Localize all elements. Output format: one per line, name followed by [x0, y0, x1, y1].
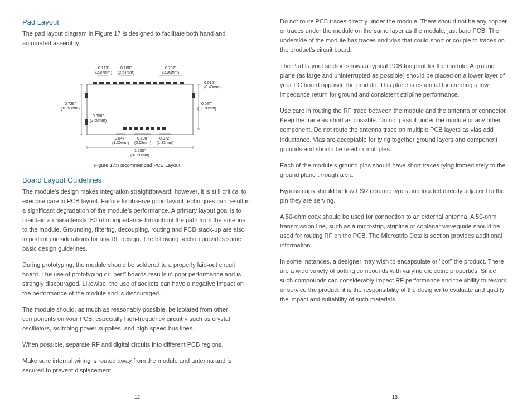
- svg-rect-13: [173, 82, 177, 84]
- right-page: Do not route PCB traces directly under t…: [280, 17, 510, 401]
- right-p2: The Pad Layout section shows a typical P…: [280, 61, 510, 99]
- svg-text:(30.50mm): (30.50mm): [130, 153, 149, 157]
- svg-text:(2.50mm): (2.50mm): [90, 118, 107, 123]
- svg-text:(2.87mm): (2.87mm): [95, 70, 112, 75]
- svg-rect-23: [85, 93, 88, 98]
- heading-pad-layout: Pad Layout: [22, 17, 252, 28]
- svg-rect-22: [162, 127, 166, 130]
- svg-text:(18.50mm): (18.50mm): [61, 106, 80, 111]
- heading-board-layout: Board Layout Guidelines: [22, 175, 252, 186]
- svg-rect-25: [192, 93, 195, 98]
- svg-rect-10: [153, 82, 157, 84]
- svg-rect-14: [180, 82, 184, 84]
- svg-rect-5: [119, 82, 124, 84]
- svg-text:(2.00mm): (2.00mm): [162, 70, 179, 75]
- svg-text:(5.08mm): (5.08mm): [134, 141, 151, 145]
- svg-text:0.113": 0.113": [98, 66, 110, 70]
- svg-text:0.697": 0.697": [201, 102, 213, 106]
- right-p3: Use care in routing the RF trace between…: [280, 106, 510, 154]
- svg-text:0.098": 0.098": [93, 114, 104, 118]
- page-number-left: – 12 –: [22, 382, 252, 401]
- guidelines-p1: The module's design makes integration st…: [22, 187, 252, 253]
- pad-layout-intro: The pad layout diagram in Figure 17 is d…: [22, 29, 252, 48]
- guidelines-p2: During prototyping, the module should be…: [22, 260, 252, 298]
- svg-text:(1.20mm): (1.20mm): [112, 141, 129, 145]
- svg-rect-24: [85, 119, 88, 125]
- svg-text:(2.54mm): (2.54mm): [118, 70, 134, 75]
- svg-rect-20: [151, 127, 154, 130]
- svg-text:0.728": 0.728": [65, 102, 76, 106]
- svg-text:0.072": 0.072": [159, 136, 171, 140]
- svg-text:(1.83mm): (1.83mm): [157, 141, 173, 145]
- svg-rect-0: [87, 84, 193, 135]
- guidelines-p5: Make sure internal wiring is routed away…: [22, 356, 252, 375]
- svg-text:0.047": 0.047": [115, 136, 127, 140]
- right-p7: In some instances, a designer may wish t…: [280, 257, 510, 304]
- svg-text:(0.40mm): (0.40mm): [204, 85, 221, 89]
- svg-rect-17: [134, 127, 138, 130]
- right-p5: Bypass caps should be low ESR ceramic ty…: [280, 186, 510, 205]
- svg-text:0.200": 0.200": [137, 136, 149, 140]
- svg-rect-18: [140, 127, 143, 130]
- svg-text:0.100": 0.100": [120, 66, 132, 70]
- svg-rect-8: [139, 82, 144, 84]
- page-number-right: – 13 –: [280, 382, 510, 401]
- figure-17-caption: Figure 17: Recommended PCB Layout: [22, 162, 252, 170]
- guidelines-p4: When possible, separate RF and digital c…: [22, 340, 252, 349]
- right-p4: Each of the module's ground pins should …: [280, 161, 510, 180]
- svg-text:0.787": 0.787": [165, 66, 177, 70]
- left-page: Pad Layout The pad layout diagram in Fig…: [22, 17, 252, 401]
- svg-text:(17.70mm): (17.70mm): [197, 106, 216, 111]
- svg-rect-16: [129, 127, 132, 130]
- svg-rect-2: [99, 82, 104, 84]
- svg-rect-11: [159, 82, 164, 84]
- svg-rect-7: [133, 82, 137, 84]
- svg-rect-12: [166, 82, 171, 84]
- svg-text:0.016": 0.016": [204, 80, 216, 84]
- svg-rect-19: [146, 127, 149, 130]
- svg-rect-15: [123, 127, 127, 130]
- svg-rect-6: [126, 82, 130, 84]
- svg-rect-4: [113, 82, 117, 84]
- right-p6: A 50-ohm coax should be used for connect…: [280, 212, 510, 250]
- svg-rect-21: [157, 127, 160, 130]
- svg-rect-1: [93, 82, 97, 84]
- guidelines-p3: The module should, as much as reasonably…: [22, 305, 252, 333]
- svg-rect-3: [106, 82, 110, 84]
- right-p1: Do not route PCB traces directly under t…: [280, 17, 510, 55]
- svg-text:1.200": 1.200": [134, 148, 146, 152]
- pcb-layout-figure: 0.113" (2.87mm) 0.100" (2.54mm) 0.787" (…: [22, 59, 252, 160]
- svg-rect-9: [146, 82, 151, 84]
